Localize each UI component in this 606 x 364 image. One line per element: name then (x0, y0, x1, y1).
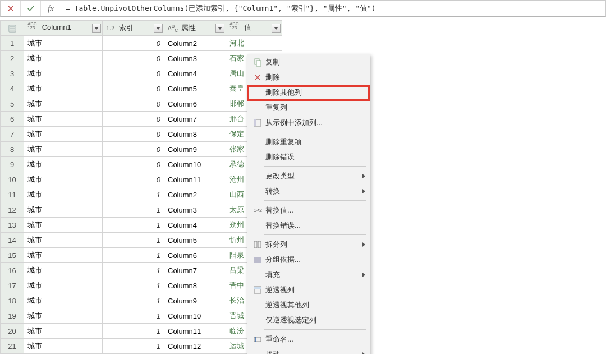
menu-item-remove[interactable]: 删除 (247, 70, 370, 85)
table-row[interactable]: 3城市0Column4唐山 (1, 66, 282, 81)
row-number[interactable]: 7 (1, 127, 24, 142)
table-row[interactable]: 1城市0Column2河北 (1, 36, 282, 51)
cell-attribute[interactable]: Column2 (164, 187, 226, 202)
cell-attribute[interactable]: Column2 (164, 36, 226, 51)
confirm-formula-button[interactable] (21, 1, 41, 16)
cell-index[interactable]: 0 (103, 96, 164, 112)
table-row[interactable]: 16城市1Column7吕梁 (1, 263, 282, 278)
cell-index[interactable]: 0 (103, 36, 164, 51)
cell-attribute[interactable]: Column9 (164, 142, 226, 157)
menu-item-replace-val[interactable]: 12替换值... (247, 202, 370, 218)
cell-attribute[interactable]: Column3 (164, 202, 226, 218)
cell-index[interactable]: 1 (103, 187, 164, 202)
menu-item-fill[interactable]: 填充 (247, 267, 370, 282)
cell-column1[interactable]: 城市 (24, 202, 103, 218)
cell-attribute[interactable]: Column3 (164, 51, 226, 66)
column-header-index[interactable]: 1.2 索引 (103, 21, 164, 36)
cell-attribute[interactable]: Column10 (164, 308, 226, 324)
cell-index[interactable]: 1 (103, 248, 164, 263)
cell-attribute[interactable]: Column8 (164, 278, 226, 293)
cell-index[interactable]: 0 (103, 157, 164, 172)
cell-index[interactable]: 1 (103, 278, 164, 293)
cell-column1[interactable]: 城市 (24, 308, 103, 324)
cell-attribute[interactable]: Column11 (164, 172, 226, 187)
cell-attribute[interactable]: Column7 (164, 263, 226, 278)
cell-index[interactable]: 1 (103, 293, 164, 308)
cell-column1[interactable]: 城市 (24, 248, 103, 263)
table-row[interactable]: 20城市1Column11临汾 (1, 324, 282, 339)
table-row[interactable]: 4城市0Column5秦皇 (1, 81, 282, 96)
table-row[interactable]: 8城市0Column9张家 (1, 142, 282, 157)
table-row[interactable]: 7城市0Column8保定 (1, 127, 282, 142)
row-number[interactable]: 18 (1, 293, 24, 308)
table-row[interactable]: 19城市1Column10晋城 (1, 308, 282, 324)
cell-index[interactable]: 1 (103, 324, 164, 339)
menu-item-change-type[interactable]: 更改类型 (247, 168, 370, 183)
cell-attribute[interactable]: Column6 (164, 248, 226, 263)
cell-index[interactable]: 1 (103, 233, 164, 248)
row-number[interactable]: 5 (1, 96, 24, 112)
row-number[interactable]: 12 (1, 202, 24, 218)
cell-index[interactable]: 0 (103, 51, 164, 66)
table-row[interactable]: 10城市0Column11沧州 (1, 172, 282, 187)
table-row[interactable]: 17城市1Column8晋中 (1, 278, 282, 293)
menu-item-unpivot-other[interactable]: 逆透视其他列 (247, 297, 370, 312)
formula-input[interactable] (61, 1, 605, 16)
cell-column1[interactable]: 城市 (24, 112, 103, 127)
cell-column1[interactable]: 城市 (24, 66, 103, 81)
cell-column1[interactable]: 城市 (24, 142, 103, 157)
menu-item-remove-dup[interactable]: 删除重复项 (247, 134, 370, 149)
menu-item-transform[interactable]: 转换 (247, 183, 370, 199)
filter-arrow-icon[interactable] (92, 24, 101, 33)
table-row[interactable]: 5城市0Column6邯郸 (1, 96, 282, 112)
cell-index[interactable]: 1 (103, 308, 164, 324)
cell-index[interactable]: 1 (103, 339, 164, 354)
cell-attribute[interactable]: Column7 (164, 112, 226, 127)
row-number[interactable]: 15 (1, 248, 24, 263)
cell-index[interactable]: 1 (103, 218, 164, 233)
cell-column1[interactable]: 城市 (24, 324, 103, 339)
select-all-corner[interactable] (1, 21, 24, 36)
table-row[interactable]: 13城市1Column4朔州 (1, 218, 282, 233)
row-number[interactable]: 6 (1, 112, 24, 127)
table-row[interactable]: 11城市1Column2山西 (1, 187, 282, 202)
menu-item-unpivot-sel[interactable]: 仅逆透视选定列 (247, 312, 370, 328)
menu-item-move[interactable]: 移动 (247, 347, 370, 354)
table-row[interactable]: 21城市1Column12运城 (1, 339, 282, 354)
row-number[interactable]: 14 (1, 233, 24, 248)
cell-attribute[interactable]: Column11 (164, 324, 226, 339)
cell-column1[interactable]: 城市 (24, 278, 103, 293)
cell-attribute[interactable]: Column8 (164, 127, 226, 142)
cell-column1[interactable]: 城市 (24, 81, 103, 96)
cell-column1[interactable]: 城市 (24, 36, 103, 51)
row-number[interactable]: 19 (1, 308, 24, 324)
menu-item-copy[interactable]: 复制 (247, 54, 370, 70)
cell-column1[interactable]: 城市 (24, 233, 103, 248)
menu-item-unpivot[interactable]: 逆透视列 (247, 282, 370, 297)
row-number[interactable]: 16 (1, 263, 24, 278)
cell-attribute[interactable]: Column6 (164, 96, 226, 112)
cell-column1[interactable]: 城市 (24, 51, 103, 66)
cell-index[interactable]: 0 (103, 127, 164, 142)
menu-item-remove-err[interactable]: 删除错误 (247, 149, 370, 164)
row-number[interactable]: 2 (1, 51, 24, 66)
cancel-formula-button[interactable] (1, 1, 21, 16)
row-number[interactable]: 9 (1, 157, 24, 172)
cell-attribute[interactable]: Column10 (164, 157, 226, 172)
row-number[interactable]: 1 (1, 36, 24, 51)
cell-attribute[interactable]: Column5 (164, 81, 226, 96)
column-header-value[interactable]: 值 (226, 21, 282, 36)
menu-item-group[interactable]: 分组依据... (247, 252, 370, 267)
menu-item-add-from-ex[interactable]: 从示例中添加列... (247, 115, 370, 130)
table-row[interactable]: 14城市1Column5忻州 (1, 233, 282, 248)
row-number[interactable]: 3 (1, 66, 24, 81)
cell-index[interactable]: 0 (103, 172, 164, 187)
row-number[interactable]: 4 (1, 81, 24, 96)
row-number[interactable]: 11 (1, 187, 24, 202)
cell-attribute[interactable]: Column5 (164, 233, 226, 248)
cell-column1[interactable]: 城市 (24, 187, 103, 202)
cell-attribute[interactable]: Column4 (164, 66, 226, 81)
cell-column1[interactable]: 城市 (24, 96, 103, 112)
cell-attribute[interactable]: Column4 (164, 218, 226, 233)
menu-item-remove-other[interactable]: 删除其他列 (247, 85, 370, 100)
